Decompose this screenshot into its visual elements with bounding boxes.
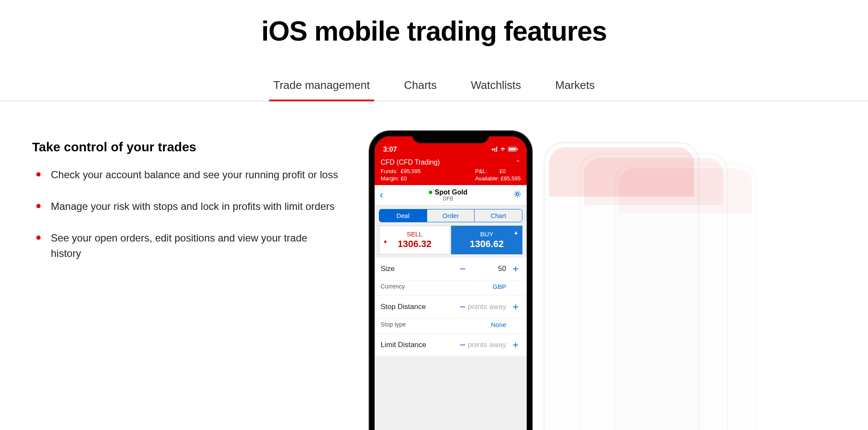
- currency-row: Currency GBP: [375, 280, 527, 296]
- seg-deal[interactable]: Deal: [379, 209, 427, 222]
- stop-type-row: Stop type None: [375, 318, 527, 334]
- buy-price-box[interactable]: ▲ BUY 1306.62: [451, 226, 522, 254]
- tab-charts[interactable]: Charts: [400, 73, 441, 101]
- stop-value[interactable]: points away: [468, 303, 510, 311]
- gear-icon[interactable]: [513, 190, 522, 200]
- limit-decrement[interactable]: −: [457, 339, 468, 351]
- battery-icon: [508, 146, 518, 153]
- stop-increment[interactable]: +: [510, 301, 521, 313]
- collapse-icon[interactable]: ⌃: [516, 159, 521, 166]
- page-title: iOS mobile trading features: [0, 0, 868, 47]
- tabs-bar: Trade management Charts Watchlists Marke…: [0, 73, 868, 101]
- available-stat: Available: £95,595: [475, 175, 521, 182]
- stop-type-value[interactable]: None: [468, 321, 510, 328]
- stop-decrement[interactable]: −: [457, 301, 468, 313]
- section-title: Take control of your trades: [32, 140, 340, 154]
- bullet-item: Manage your risk with stops and lock in …: [32, 199, 340, 214]
- account-banner: CFD (CFD Trading) ⌃ Funds: £95,595 Margi…: [375, 155, 527, 185]
- size-decrement[interactable]: −: [457, 263, 468, 275]
- size-value[interactable]: 50: [468, 265, 510, 273]
- size-increment[interactable]: +: [510, 263, 521, 275]
- sell-price-box[interactable]: ▲ SELL 1306.32: [379, 226, 450, 254]
- tab-markets[interactable]: Markets: [551, 73, 599, 101]
- status-dot-icon: [429, 191, 432, 194]
- bullet-list: Check your account balance and see your …: [32, 167, 340, 261]
- seg-order[interactable]: Order: [427, 209, 475, 222]
- phone-ghost: [614, 164, 757, 430]
- back-icon[interactable]: ‹: [380, 189, 383, 201]
- bullet-item: Check your account balance and see your …: [32, 167, 340, 183]
- phone-notch: [412, 131, 489, 143]
- phone-ghost: [579, 153, 728, 430]
- down-triangle-icon: ▲: [383, 230, 388, 244]
- status-time: 3:07: [383, 146, 397, 153]
- currency-value[interactable]: GBP: [468, 283, 510, 290]
- svg-rect-1: [509, 148, 516, 150]
- stop-distance-row: Stop Distance − points away +: [375, 296, 527, 318]
- funds-stat: Funds: £95,595: [381, 168, 421, 174]
- margin-stat: Margin: £0: [381, 175, 421, 182]
- tab-watchlists[interactable]: Watchlists: [466, 73, 525, 101]
- svg-rect-2: [517, 148, 518, 150]
- svg-point-3: [516, 193, 519, 195]
- signal-icon: •ıl: [492, 146, 498, 153]
- size-row: Size − 50 +: [375, 258, 527, 280]
- instrument-titlebar: ‹ Spot Gold DFB: [375, 185, 527, 206]
- bullet-item: See your open orders, edit positions and…: [32, 230, 340, 261]
- limit-value[interactable]: points away: [468, 341, 510, 349]
- limit-distance-row: Limit Distance − points away +: [375, 334, 527, 356]
- account-name: CFD (CFD Trading): [381, 159, 440, 166]
- wifi-icon: [499, 146, 506, 153]
- phone-mockup: 3:07 •ıl: [369, 131, 532, 430]
- segment-control: Deal Order Chart: [379, 209, 522, 222]
- up-triangle-icon: ▲: [501, 230, 519, 236]
- phone-ghost: [544, 142, 700, 430]
- seg-chart[interactable]: Chart: [475, 209, 522, 222]
- limit-increment[interactable]: +: [510, 339, 521, 351]
- tab-trade-management[interactable]: Trade management: [269, 73, 374, 101]
- pnl-stat: P&L: £0: [475, 168, 521, 174]
- instrument-name: Spot Gold: [429, 188, 467, 196]
- instrument-sub: DFB: [429, 196, 467, 202]
